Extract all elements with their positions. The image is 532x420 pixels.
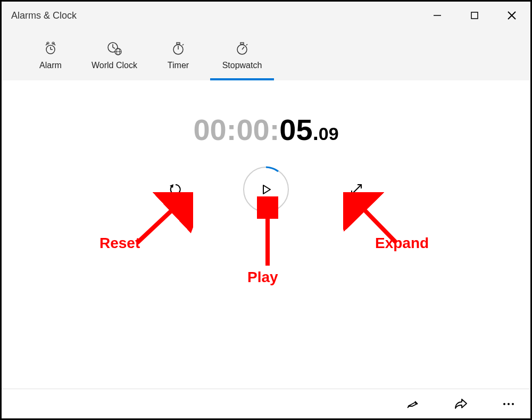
time-sep-1: : [227, 113, 237, 146]
svg-line-20 [242, 47, 244, 50]
share-button[interactable] [447, 393, 474, 415]
time-hours: 00 [193, 113, 226, 146]
svg-line-28 [137, 203, 180, 243]
minimize-icon [433, 11, 442, 20]
pin-button[interactable] [400, 393, 426, 415]
alarm-icon [43, 41, 58, 56]
svg-rect-1 [471, 12, 478, 19]
maximize-icon [470, 11, 479, 20]
maximize-button[interactable] [456, 2, 493, 29]
svg-rect-17 [177, 43, 180, 44]
time-minutes: 00 [236, 113, 269, 146]
time-dot: . [313, 121, 319, 144]
tab-timer[interactable]: Timer [146, 29, 210, 80]
close-button[interactable] [493, 2, 530, 29]
tab-stopwatch[interactable]: Stopwatch [210, 29, 274, 80]
title-bar: Alarms & Clock [2, 2, 530, 29]
svg-point-35 [503, 403, 505, 405]
svg-line-22 [246, 44, 247, 45]
svg-point-37 [512, 403, 514, 405]
annotation-label-reset: Reset [99, 235, 140, 252]
time-seconds: 05 [279, 113, 312, 146]
time-sep-2: : [270, 113, 280, 146]
pin-icon [406, 397, 420, 411]
svg-line-18 [182, 44, 184, 45]
annotation-arrow-play [257, 196, 278, 271]
app-title: Alarms & Clock [11, 10, 77, 21]
annotation-label-expand: Expand [375, 235, 429, 252]
svg-line-11 [113, 47, 115, 48]
more-icon [502, 401, 516, 407]
tab-world-clock[interactable]: World Clock [82, 29, 146, 80]
time-display: 00:00:05.09 [2, 112, 530, 147]
annotation-label-play: Play [247, 269, 278, 286]
window-controls [419, 2, 530, 29]
tab-timer-label: Timer [168, 61, 189, 70]
tab-stopwatch-label: Stopwatch [222, 61, 262, 70]
share-icon [453, 398, 468, 410]
time-centiseconds: 09 [319, 123, 339, 144]
world-clock-icon [106, 41, 122, 56]
tab-bar: Alarm World Clock [2, 29, 530, 80]
close-icon [506, 10, 517, 21]
timer-icon [171, 41, 186, 56]
tab-alarm[interactable]: Alarm [19, 29, 82, 80]
stopwatch-panel: 00:00:05.09 [2, 80, 530, 389]
minimize-button[interactable] [419, 2, 456, 29]
app-window: Alarms & Clock [0, 0, 532, 420]
bottom-command-bar [2, 389, 530, 418]
svg-point-36 [508, 403, 510, 405]
more-button[interactable] [495, 393, 522, 415]
stopwatch-icon [235, 41, 250, 56]
tab-world-clock-label: World Clock [92, 61, 137, 70]
svg-rect-21 [240, 43, 244, 44]
tab-alarm-label: Alarm [39, 61, 62, 70]
